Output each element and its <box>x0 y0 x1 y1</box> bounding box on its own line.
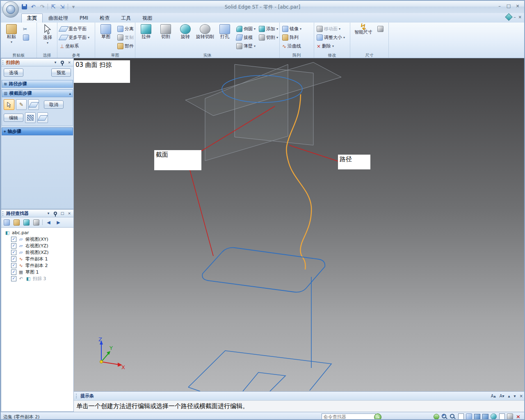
zoom-area-icon[interactable]: + <box>441 413 448 420</box>
close-button[interactable]: × <box>514 3 522 9</box>
layers-icon[interactable] <box>23 219 30 226</box>
checkbox[interactable]: ✓ <box>11 269 16 275</box>
coordinate-system-button[interactable]: ⊥ 坐标系 <box>59 42 91 50</box>
maximize-button[interactable]: □ <box>504 3 513 9</box>
cut-button[interactable]: ✂ <box>22 25 30 33</box>
view-styles-icon[interactable] <box>490 413 497 420</box>
copy-button[interactable] <box>22 34 30 41</box>
sweep-panel-header[interactable]: 扫掠的 ▾ × <box>1 59 73 66</box>
save-icon[interactable] <box>21 3 28 10</box>
cut-mode-button[interactable]: 切割 ▾ <box>258 34 279 41</box>
panel-close-icon[interactable]: × <box>66 60 72 65</box>
delete-button[interactable]: × 删除 ▾ <box>315 42 346 50</box>
tree-item-part-copy-2[interactable]: ✓ ∿ 零件副本 2 <box>2 262 73 269</box>
more-planes-button[interactable]: 更多平面 ▾ <box>59 34 91 41</box>
panel-grip[interactable] <box>2 211 5 216</box>
reference-planes[interactable] <box>185 62 341 161</box>
status-close-icon[interactable]: × <box>515 413 522 420</box>
copy-sketch-button[interactable]: 复制 <box>116 34 135 41</box>
component-button[interactable]: 部件 <box>116 42 135 50</box>
round-button[interactable]: 倒圆 ▾ <box>235 25 257 33</box>
panel-pin-icon[interactable] <box>52 211 58 216</box>
prompt-expand-icon[interactable]: ▴ <box>507 394 511 398</box>
prompt-collapse-icon[interactable]: ▾ <box>513 394 517 398</box>
customize-qat-icon[interactable]: ▾ <box>70 3 77 10</box>
add-button[interactable]: 添加 ▾ <box>258 25 279 33</box>
path-step-bar[interactable]: ≋ 路径步骤 <box>2 80 73 88</box>
feature-tree-icon[interactable] <box>3 219 11 226</box>
help-icon[interactable] <box>505 13 512 21</box>
doc-close-button[interactable]: × <box>518 15 522 19</box>
common-views-icon[interactable] <box>482 413 489 420</box>
revolved-cut-button[interactable]: 旋转切削 <box>196 23 215 52</box>
fit-view-icon[interactable] <box>457 413 464 420</box>
panel-maximize-icon[interactable]: □ <box>59 211 65 216</box>
tab-inspect[interactable]: 检查 <box>94 14 115 23</box>
select-tool-icon[interactable]: ⇱ <box>50 3 57 10</box>
tree-item-right-view[interactable]: ✓ ▱ 右视图(YZ) <box>2 242 73 249</box>
tree-item-part-copy-1[interactable]: ✓ ∿ 零件副本 1 <box>2 256 73 262</box>
detach-button[interactable]: 分离 <box>116 25 135 33</box>
pattern-button[interactable]: 阵列 <box>281 34 303 41</box>
undo-icon[interactable]: ↶ <box>30 3 37 10</box>
prompt-bar-header[interactable]: 提示条 A▴ A▾ ▴ ▾ × <box>74 391 525 400</box>
checkbox[interactable]: ✓ <box>11 256 16 262</box>
checkbox[interactable]: ✓ <box>11 243 16 249</box>
window-layout-icon[interactable] <box>498 413 505 420</box>
dimension-extra-button[interactable] <box>376 25 385 33</box>
application-menu-button[interactable] <box>2 1 19 18</box>
pan-icon[interactable] <box>466 413 472 420</box>
cut-solid-button[interactable]: 切割 <box>156 23 175 52</box>
tree-item-sketch-1[interactable]: ✓ ▦ 草图 1 <box>2 269 73 275</box>
tab-view[interactable]: 视图 <box>137 14 158 23</box>
coincident-plane-button[interactable]: 重合平面 <box>59 25 91 33</box>
select-mode-icon[interactable] <box>433 413 440 420</box>
resize-button[interactable]: 调整大小 ▾ <box>315 34 346 41</box>
draw-section-button[interactable]: ✎ <box>16 99 27 110</box>
3d-viewport[interactable]: Z Y X 03 曲面 扫掠 截面 路径 <box>74 58 525 391</box>
checkbox[interactable]: ✓ <box>11 250 16 255</box>
panel-grip[interactable] <box>76 394 78 398</box>
prompt-close-icon[interactable]: × <box>519 394 524 398</box>
tree-item-sweep-3[interactable]: ✓ ↶ ◧ 扫掠 3 <box>2 275 73 282</box>
view-overrides-icon[interactable] <box>507 413 514 420</box>
tree-item-front-view[interactable]: ✓ ▱ 前视图(XZ) <box>2 249 73 256</box>
tree-root[interactable]: ◧ abc.par <box>2 229 73 236</box>
smart-dimension-button[interactable]: ↯ 智能尺寸 <box>352 23 375 52</box>
sensors-icon[interactable] <box>32 219 40 226</box>
section-plane-button[interactable] <box>28 99 39 110</box>
library-icon[interactable] <box>13 219 21 226</box>
extrude-button[interactable]: 拉伸 <box>137 23 155 52</box>
pathfinder-header[interactable]: 路径查找器 ▾ □ × <box>1 210 73 217</box>
rotate-view-icon[interactable] <box>474 413 481 420</box>
title-bar[interactable]: ↶ ↷ ⇱ ⇲ ▾ Solid Edge ST - 零件 - [abc.par]… <box>1 1 524 13</box>
preview-button[interactable]: 预览 <box>51 68 71 77</box>
checkbox[interactable]: ✓ <box>11 237 16 242</box>
edit-profile-button[interactable] <box>37 112 48 123</box>
tab-home[interactable]: 主页 <box>21 14 43 23</box>
font-increase-icon[interactable]: A▴ <box>490 394 497 398</box>
sketch-button[interactable]: 草图 <box>96 23 115 52</box>
hole-button[interactable]: 打孔 <box>215 23 234 52</box>
draft-button[interactable]: 拔模 <box>235 34 257 41</box>
select-section-button[interactable] <box>4 99 14 110</box>
edit-button[interactable]: 编辑 <box>4 114 23 122</box>
minimize-button[interactable]: – <box>495 3 504 9</box>
panel-close-icon[interactable]: × <box>66 211 72 216</box>
lower-wireframe[interactable] <box>188 277 331 391</box>
checkbox[interactable]: ✓ <box>11 276 16 281</box>
mirror-button[interactable]: 镜像 ▾ <box>281 25 303 33</box>
move-face-button[interactable]: 移动面 ▾ <box>315 25 346 33</box>
command-finder-go-icon[interactable]: → <box>374 413 381 420</box>
section-step-bar[interactable]: ▥ 横截面步骤 ▴ <box>2 89 73 97</box>
panel-dropdown-icon[interactable]: ▾ <box>46 211 51 216</box>
tree-item-top-view[interactable]: ✓ ▱ 俯视图(XY) <box>2 236 73 242</box>
options-button[interactable]: 选项 <box>4 68 23 77</box>
collapse-icon[interactable]: ▴ <box>69 91 71 96</box>
thin-wall-button[interactable]: 薄壁 ▾ <box>235 42 257 50</box>
panel-grip[interactable] <box>2 60 5 65</box>
checkbox[interactable]: ✓ <box>11 263 16 268</box>
paste-button[interactable]: 粘贴 ▾ <box>2 23 21 52</box>
cancel-button[interactable]: 取消 <box>44 100 64 109</box>
panel-dropdown-icon[interactable]: ▾ <box>52 60 58 65</box>
